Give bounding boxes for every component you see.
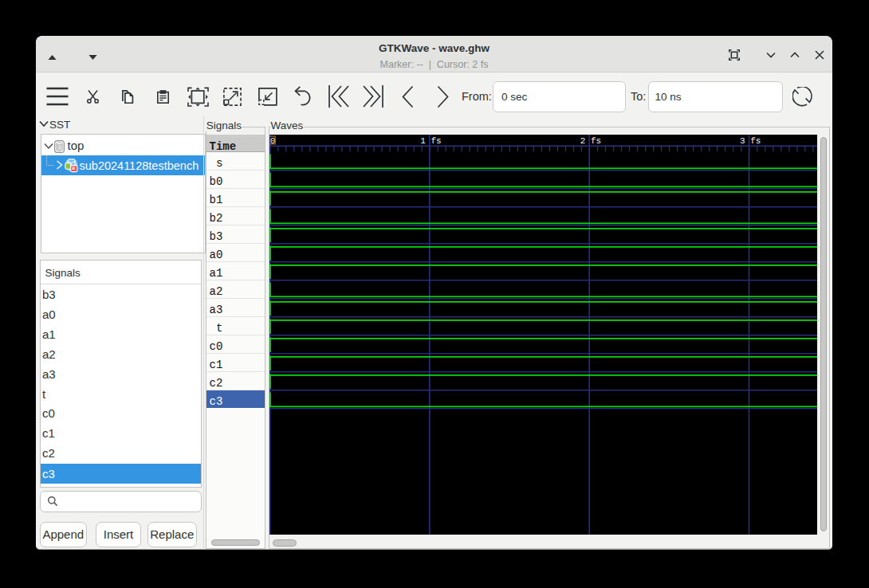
svg-text:2 fs: 2 fs: [580, 136, 600, 146]
svg-text:3 fs: 3 fs: [740, 136, 761, 146]
svg-text:1 fs: 1 fs: [420, 136, 441, 146]
svg-text:0: 0: [269, 136, 275, 146]
